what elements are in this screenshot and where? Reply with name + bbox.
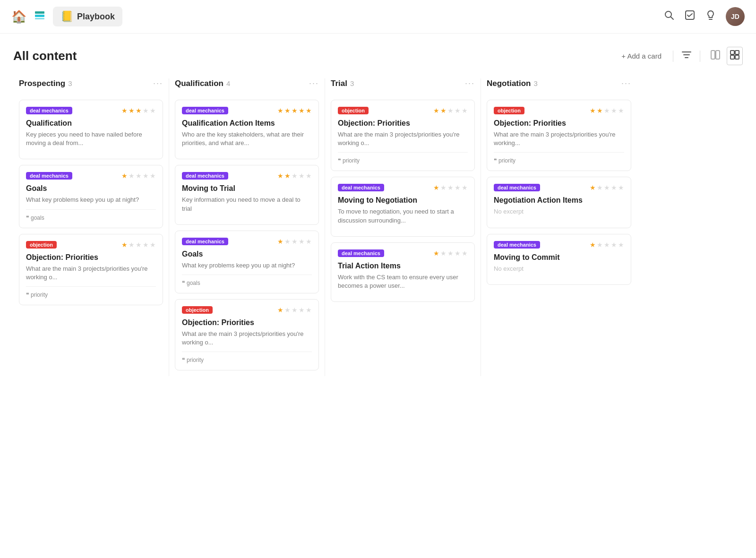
card-desc: What are the main 3 projects/priorities … [182, 330, 312, 347]
card-title: Moving to Negotiation [338, 196, 468, 205]
card-negotiation-2[interactable]: deal mechanics ★★★★★ Moving to Commit No… [487, 234, 631, 285]
card-tag-row: ❝ priority [26, 292, 156, 298]
star-empty: ★ [136, 241, 142, 249]
card-stars[interactable]: ★★★★★ [433, 184, 468, 191]
star-filled: ★ [277, 238, 284, 245]
card-prospecting-1[interactable]: deal mechanics ★★★★★ Goals What key prob… [19, 165, 163, 228]
column-count: 3 [350, 79, 354, 87]
card-stars[interactable]: ★★★★★ [433, 107, 468, 114]
card-stars[interactable]: ★★★★★ [277, 107, 312, 114]
star-empty: ★ [618, 241, 624, 249]
card-title: Objection: Priorities [494, 119, 624, 128]
search-icon[interactable] [663, 9, 675, 24]
card-stars[interactable]: ★★★★★ [277, 306, 312, 314]
card-stars[interactable]: ★★★★★ [590, 184, 624, 191]
lightbulb-icon[interactable] [705, 9, 716, 24]
column-menu-qualification[interactable]: ··· [309, 78, 319, 88]
page-actions: + Add a card [618, 47, 743, 65]
header-right: JD [663, 7, 745, 26]
card-prospecting-2[interactable]: objection ★★★★★ Objection: Priorities Wh… [19, 234, 163, 305]
card-tag-row: ❝ priority [182, 357, 312, 363]
card-title: Qualification Action Items [182, 119, 312, 128]
header-left: 🏠 📒 Playbook [11, 7, 122, 26]
view-icons [708, 47, 743, 65]
card-stars[interactable]: ★★★★★ [121, 241, 156, 249]
star-empty: ★ [440, 249, 447, 257]
card-qualification-3[interactable]: objection ★★★★★ Objection: Priorities Wh… [175, 299, 319, 370]
card-tag-row: ❝ goals [182, 280, 312, 286]
star-empty: ★ [136, 172, 142, 180]
card-trial-0[interactable]: objection ★★★★★ Objection: Priorities Wh… [331, 100, 475, 171]
card-desc: No excerpt [494, 207, 624, 216]
star-empty: ★ [150, 107, 156, 114]
card-qualification-2[interactable]: deal mechanics ★★★★★ Goals What key prob… [175, 231, 319, 293]
star-empty: ★ [292, 238, 298, 245]
card-qualification-0[interactable]: deal mechanics ★★★★★ Qualification Actio… [175, 100, 319, 159]
card-tag-row: ❝ priority [338, 157, 468, 164]
star-empty: ★ [299, 306, 305, 314]
column-menu-negotiation[interactable]: ··· [621, 78, 631, 88]
star-filled: ★ [597, 107, 603, 114]
svg-rect-0 [35, 11, 44, 14]
star-filled: ★ [433, 107, 439, 114]
star-filled: ★ [433, 249, 439, 257]
avatar[interactable]: JD [726, 7, 745, 26]
card-stars[interactable]: ★★★★★ [590, 241, 624, 249]
card-stars[interactable]: ★★★★★ [121, 172, 156, 180]
card-negotiation-1[interactable]: deal mechanics ★★★★★ Negotiation Action … [487, 177, 631, 228]
tag-label: goals [187, 280, 200, 286]
star-empty: ★ [447, 184, 454, 191]
check-icon[interactable] [684, 9, 696, 24]
app-header: 🏠 📒 Playbook [0, 0, 756, 34]
star-empty: ★ [306, 306, 312, 314]
column-menu-trial[interactable]: ··· [465, 78, 475, 88]
card-prospecting-0[interactable]: deal mechanics ★★★★★ Qualification Key p… [19, 100, 163, 159]
card-divider [26, 209, 156, 210]
card-tag: deal mechanics [182, 107, 228, 114]
home-icon[interactable]: 🏠 [11, 9, 26, 24]
layers-icon[interactable] [33, 9, 46, 25]
svg-rect-14 [735, 55, 739, 59]
column-header-negotiation: Negotiation 3 ··· [487, 78, 631, 92]
card-tag: deal mechanics [494, 241, 540, 249]
card-top: deal mechanics ★★★★★ [182, 238, 312, 245]
card-stars[interactable]: ★★★★★ [121, 107, 156, 114]
star-empty: ★ [440, 184, 447, 191]
quote-icon: ❝ [338, 157, 341, 164]
card-stars[interactable]: ★★★★★ [277, 172, 312, 180]
card-trial-2[interactable]: deal mechanics ★★★★★ Trial Action Items … [331, 242, 475, 302]
card-qualification-1[interactable]: deal mechanics ★★★★★ Moving to Trial Key… [175, 165, 319, 224]
star-filled: ★ [440, 107, 447, 114]
quote-icon: ❝ [182, 280, 185, 286]
card-title: Objection: Priorities [26, 253, 156, 262]
playbook-button[interactable]: 📒 Playbook [53, 7, 122, 26]
card-top: deal mechanics ★★★★★ [182, 172, 312, 180]
card-desc: What are the main 3 projects/priorities … [26, 265, 156, 282]
divider [673, 51, 673, 62]
card-trial-1[interactable]: deal mechanics ★★★★★ Moving to Negotiati… [331, 177, 475, 236]
card-title: Trial Action Items [338, 262, 468, 270]
card-stars[interactable]: ★★★★★ [277, 238, 312, 245]
card-negotiation-0[interactable]: objection ★★★★★ Objection: Priorities Wh… [487, 100, 631, 171]
split-view-icon[interactable] [708, 47, 723, 65]
card-divider [182, 352, 312, 352]
card-stars[interactable]: ★★★★★ [590, 107, 624, 114]
filter-icon[interactable] [681, 49, 692, 63]
star-filled: ★ [306, 107, 312, 114]
card-desc: What key problems keep you up at night? [26, 196, 156, 204]
star-empty: ★ [292, 172, 298, 180]
star-empty: ★ [284, 238, 291, 245]
svg-rect-12 [735, 51, 739, 54]
star-empty: ★ [604, 241, 610, 249]
card-stars[interactable]: ★★★★★ [433, 249, 468, 257]
star-empty: ★ [611, 184, 617, 191]
star-empty: ★ [455, 184, 461, 191]
star-empty: ★ [284, 306, 291, 314]
grid-view-icon[interactable] [727, 47, 743, 65]
star-empty: ★ [597, 184, 603, 191]
star-empty: ★ [150, 172, 156, 180]
star-filled: ★ [590, 241, 596, 249]
column-menu-prospecting[interactable]: ··· [153, 78, 163, 88]
add-card-button[interactable]: + Add a card [618, 50, 665, 62]
svg-rect-9 [711, 51, 715, 59]
